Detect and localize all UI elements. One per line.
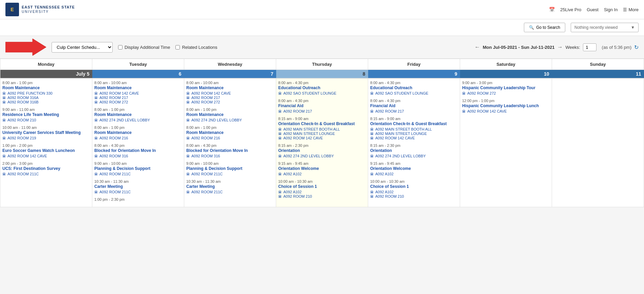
location-text[interactable]: A092 ROOM 142 CAVE bbox=[283, 136, 323, 140]
location-text[interactable]: A092 MAIN STREET LOUNGE bbox=[375, 132, 427, 136]
event-title[interactable]: Residence Life Team Meeting bbox=[2, 112, 90, 117]
event-title[interactable]: Blocked for Orientation Move In bbox=[94, 148, 182, 153]
location-text[interactable]: A092 ROOM 272 bbox=[467, 91, 496, 95]
location-text[interactable]: A092 ROOM 142 CAVE bbox=[191, 91, 231, 95]
location-text[interactable]: A092 ROOM 272 bbox=[191, 100, 220, 104]
event-time: 8:00 am - 1:00 pm bbox=[186, 125, 274, 130]
schedule-dropdown[interactable]: Culp Center Schedu... bbox=[52, 42, 113, 53]
location-text[interactable]: A092 ROOM 217 bbox=[191, 96, 220, 100]
event-title[interactable]: Planning & Decision Support bbox=[94, 166, 182, 171]
location-text[interactable]: A092 ROOM 217 bbox=[283, 109, 312, 113]
event-time: 8:00 am - 1:00 pm bbox=[94, 107, 182, 112]
weeks-input[interactable] bbox=[583, 43, 596, 51]
location-text[interactable]: A092 MAIN STREET LOUNGE bbox=[283, 132, 335, 136]
event-title[interactable]: Carter Meeting bbox=[186, 184, 274, 189]
location-text[interactable]: A092 ROOM 211C bbox=[191, 190, 223, 194]
go-to-search-button[interactable]: 🔍 Go to Search bbox=[524, 23, 565, 32]
location-text[interactable]: A092 ROOM 217 bbox=[99, 96, 128, 100]
event-title[interactable]: Blocked for Orientation Move In bbox=[186, 148, 274, 153]
tuesday-header: Tuesday bbox=[92, 59, 184, 70]
event-time: 10:00 am - 10:30 am bbox=[370, 179, 458, 183]
event-title[interactable]: Orientation bbox=[370, 148, 458, 153]
location-text[interactable]: A092 ROOM 211C bbox=[99, 172, 131, 176]
next-week-button[interactable]: → bbox=[557, 44, 563, 50]
guest-link[interactable]: Guest bbox=[587, 7, 599, 12]
location-text[interactable]: A092 ROOM 316 bbox=[99, 154, 128, 158]
event-title[interactable]: Orientation Check-In & Guest Breakfast bbox=[278, 121, 366, 126]
location-text[interactable]: A092 274 2ND LEVEL LOBBY bbox=[191, 118, 242, 122]
event-title[interactable]: Orientation Welcome bbox=[370, 166, 458, 171]
event-title[interactable]: Educational Outreach bbox=[278, 85, 366, 90]
location-text[interactable]: A092 ROOM 142 CAVE bbox=[375, 136, 415, 140]
location-text[interactable]: A092 SAO STUDENT LOUNGE bbox=[283, 91, 336, 95]
location-text[interactable]: A092 ROOM 216 bbox=[99, 136, 128, 140]
event-title[interactable]: Room Maintenance bbox=[186, 130, 274, 135]
event-title[interactable]: Room Maintenance bbox=[186, 112, 274, 117]
event-title[interactable]: Orientation Welcome bbox=[278, 166, 366, 171]
event-title[interactable]: Choice of Session 1 bbox=[370, 184, 458, 189]
location-text[interactable]: A092 MAIN STREET BOOTH ALL bbox=[375, 127, 432, 131]
location-text[interactable]: A092 A102 bbox=[375, 172, 394, 176]
event-title[interactable]: Choice of Session 1 bbox=[278, 184, 366, 189]
location-text[interactable]: A092 ROOM 316A bbox=[7, 96, 39, 100]
location-text[interactable]: A092 274 2ND LEVEL LOBBY bbox=[375, 154, 426, 158]
location-text[interactable]: A092 SAO STUDENT LOUNGE bbox=[375, 91, 428, 95]
event-title[interactable]: University Career Services Staff Meeting bbox=[2, 130, 90, 135]
event-title[interactable]: Room Maintenance bbox=[94, 112, 182, 117]
display-additional-time-checkbox[interactable]: Display Additional Time bbox=[118, 45, 170, 50]
sign-in-link[interactable]: Sign In bbox=[604, 7, 618, 12]
event-title[interactable]: Hispanic Community Leadership Lunch bbox=[462, 103, 550, 108]
more-menu[interactable]: ☰ More bbox=[623, 7, 639, 12]
event-time: 8:00 am - 10:00 am bbox=[94, 81, 182, 85]
event-title[interactable]: Financial Aid bbox=[370, 103, 458, 108]
event-block: 8:00 am - 4:30 pm Financial Aid 🏛 A092 R… bbox=[370, 99, 458, 113]
location-text[interactable]: A092 ROOM 316 bbox=[191, 154, 220, 158]
location-text[interactable]: A092 ROOM 316B bbox=[7, 100, 39, 104]
location-text[interactable]: A092 ROOM 217 bbox=[375, 109, 404, 113]
location-text[interactable]: A092 ROOM 211C bbox=[191, 172, 223, 176]
event-title[interactable]: Planning & Decision Support bbox=[186, 166, 274, 171]
event-title[interactable]: Room Maintenance bbox=[2, 85, 90, 90]
location-text[interactable]: A092 ROOM 210 bbox=[7, 118, 36, 122]
location-text[interactable]: A092 ROOM 210 bbox=[375, 194, 404, 198]
location-icon: 🏛 bbox=[2, 154, 6, 158]
location-text[interactable]: A092 ROOM 272 bbox=[99, 100, 128, 104]
location-text[interactable]: A092 ROOM 216 bbox=[191, 136, 220, 140]
location-text[interactable]: A092 MAIN STREET BOOTH ALL bbox=[283, 127, 340, 131]
event-title[interactable]: Room Maintenance bbox=[94, 130, 182, 135]
location-text[interactable]: A092 ROOM 210 bbox=[283, 194, 312, 198]
refresh-button[interactable]: ↻ bbox=[634, 44, 639, 51]
event-title[interactable]: Room Maintenance bbox=[186, 85, 274, 90]
location-text[interactable]: A092 ROOM 142 CAVE bbox=[99, 91, 139, 95]
location-text[interactable]: A092 PRE FUNCTION 330 bbox=[7, 91, 53, 95]
related-locations-checkbox[interactable]: Related Locations bbox=[175, 45, 217, 50]
display-additional-time-input[interactable] bbox=[118, 45, 122, 50]
location-text[interactable]: A092 ROOM 219 bbox=[7, 136, 36, 140]
event-title[interactable]: Financial Aid bbox=[278, 103, 366, 108]
event-title[interactable]: Euro Soccer Games Watch Luncheon bbox=[2, 148, 90, 153]
event-title[interactable]: Hispanic Community Leadership Tour bbox=[462, 85, 550, 90]
location-text[interactable]: A092 274 2ND LEVEL LOBBY bbox=[99, 118, 150, 122]
prev-week-button[interactable]: ← bbox=[475, 44, 480, 50]
event-title[interactable]: Orientation Check-In & Guest Breakfast bbox=[370, 121, 458, 126]
location-text[interactable]: A092 A102 bbox=[375, 190, 394, 194]
live-pro-link[interactable]: 25Live Pro bbox=[560, 7, 581, 12]
recently-viewed-dropdown[interactable]: Nothing recently viewed ▼ bbox=[571, 23, 639, 32]
location-text[interactable]: A092 ROOM 211C bbox=[99, 190, 131, 194]
event-title[interactable]: Educational Outreach bbox=[370, 85, 458, 90]
event-title[interactable]: Carter Meeting bbox=[94, 184, 182, 189]
location-text[interactable]: A092 ROOM 211C bbox=[7, 172, 39, 176]
saturday-date-header: 10 bbox=[460, 70, 552, 78]
event-block: 10:30 am - 11:30 am Carter Meeting 🏛 A09… bbox=[94, 179, 182, 194]
location-text[interactable]: A092 A102 bbox=[283, 172, 302, 176]
event-title[interactable]: Room Maintenance bbox=[94, 85, 182, 90]
event-block: 8:15 am - 9:00 am Orientation Check-In &… bbox=[278, 117, 366, 140]
location-text[interactable]: A092 A102 bbox=[283, 190, 302, 194]
related-locations-input[interactable] bbox=[175, 45, 180, 50]
location-text[interactable]: A092 274 2ND LEVEL LOBBY bbox=[283, 154, 334, 158]
event-title[interactable]: UCS: First Destination Survey bbox=[2, 166, 90, 171]
location-text[interactable]: A092 ROOM 142 CAVE bbox=[467, 109, 507, 113]
location-text[interactable]: A092 ROOM 142 CAVE bbox=[7, 154, 47, 158]
event-title[interactable]: Orientation bbox=[278, 148, 366, 153]
list-item: 🏛 A092 PRE FUNCTION 330 bbox=[2, 91, 90, 95]
